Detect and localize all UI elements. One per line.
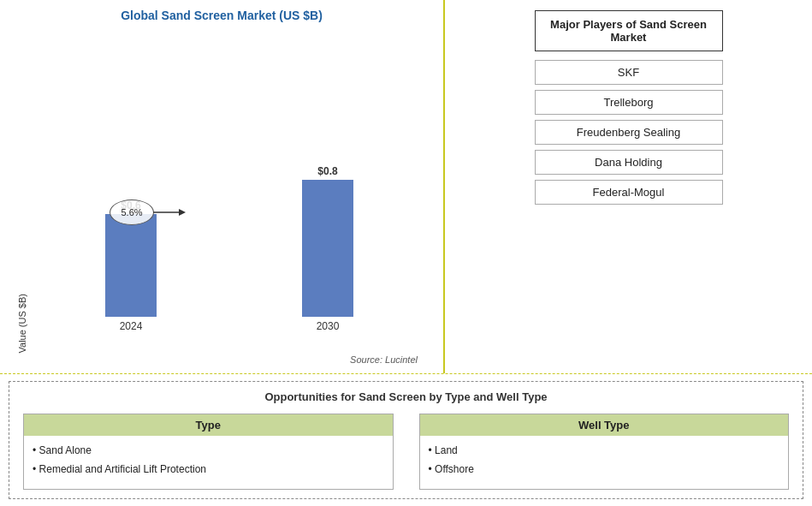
annotation: 5.6% xyxy=(110,199,154,225)
chart-title: Global Sand Screen Market (US $B) xyxy=(121,9,323,22)
source-text: Source: Lucintel xyxy=(17,354,426,365)
players-area: Major Players of Sand Screen Market SKF … xyxy=(445,0,812,373)
y-axis-label: Value (US $B) xyxy=(17,294,27,354)
annotation-arrow-icon xyxy=(153,205,186,219)
annotation-text: 5.6% xyxy=(121,207,142,217)
welltype-item-1: Land xyxy=(429,443,780,458)
type-header: Type xyxy=(24,414,393,436)
player-item-trelleborg: Trelleborg xyxy=(535,90,723,115)
chart-container: Value (US $B) 5.6% xyxy=(17,29,426,353)
type-item-2: Remedial and Artificial Lift Protection xyxy=(33,461,384,477)
player-item-freudenberg: Freudenberg Sealing xyxy=(535,120,723,145)
player-item-skf: SKF xyxy=(535,60,723,85)
welltype-items: Land Offshore xyxy=(420,443,789,477)
chart-inner: 5.6% $0.6 202 xyxy=(33,165,426,353)
player-item-federal: Federal-Mogul xyxy=(535,180,723,205)
type-column: Type Sand Alone Remedial and Artificial … xyxy=(23,414,394,490)
welltype-item-2: Offshore xyxy=(429,461,780,477)
top-section: Global Sand Screen Market (US $B) Value … xyxy=(0,0,812,374)
chart-area: Global Sand Screen Market (US $B) Value … xyxy=(0,0,445,373)
bottom-section: Opportunities for Sand Screen by Type an… xyxy=(9,381,803,499)
bar-group-2030: $0.8 2030 xyxy=(229,165,426,332)
player-item-dana: Dana Holding xyxy=(535,150,723,175)
welltype-column: Well Type Land Offshore xyxy=(419,414,790,490)
players-title: Major Players of Sand Screen Market xyxy=(535,10,723,51)
bar-2030 xyxy=(302,180,353,317)
bar-2024 xyxy=(105,214,157,317)
bottom-columns: Type Sand Alone Remedial and Artificial … xyxy=(23,414,789,490)
bar-label-2030: 2030 xyxy=(317,320,340,332)
bars-area: 5.6% $0.6 202 xyxy=(33,165,426,353)
annotation-ellipse: 5.6% xyxy=(110,199,154,225)
svg-marker-1 xyxy=(179,209,186,216)
bar-label-2024: 2024 xyxy=(120,320,143,332)
welltype-header: Well Type xyxy=(420,414,789,436)
bottom-title: Opportunities for Sand Screen by Type an… xyxy=(23,390,789,403)
bar-value-2030: $0.8 xyxy=(317,165,337,177)
type-item-1: Sand Alone xyxy=(33,443,384,458)
type-items: Sand Alone Remedial and Artificial Lift … xyxy=(24,443,393,477)
main-wrapper: Global Sand Screen Market (US $B) Value … xyxy=(0,0,812,506)
